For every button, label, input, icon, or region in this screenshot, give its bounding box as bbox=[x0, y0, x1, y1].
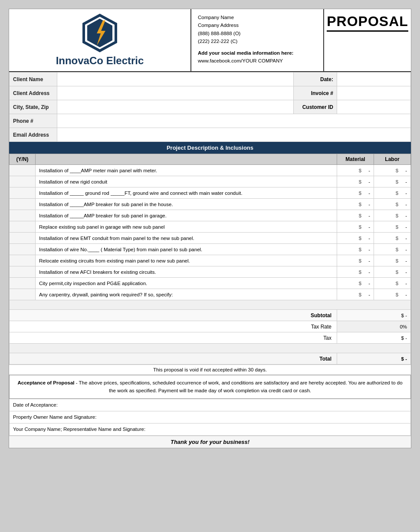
project-item-row: Installation of _____AMP breaker for sub… bbox=[10, 210, 411, 221]
city-state-zip-value[interactable] bbox=[57, 100, 294, 114]
subtotal-row: Subtotal $ - bbox=[10, 310, 411, 321]
project-item-row: Any carpentry, drywall, painting work re… bbox=[10, 289, 411, 300]
desc-cell-1: Installation of new rigid conduit bbox=[36, 176, 337, 187]
total-row: Total $ - bbox=[10, 353, 411, 365]
labor-cell-4: $ - bbox=[374, 210, 411, 221]
desc-cell-2: Installation of _____ ground rod _____FT… bbox=[36, 187, 337, 199]
project-item-row: Installation of new AFCI breakers for ex… bbox=[10, 266, 411, 278]
labor-cell-10: $ - bbox=[374, 278, 411, 289]
company-rep-row: Your Company Name; Representative Name a… bbox=[10, 423, 411, 435]
phone-value[interactable] bbox=[57, 114, 411, 128]
labor-cell-3: $ - bbox=[374, 199, 411, 210]
yn-cell-4[interactable] bbox=[10, 210, 36, 221]
yn-cell-10[interactable] bbox=[10, 278, 36, 289]
client-name-label: Client Name bbox=[10, 72, 57, 86]
invoice-value[interactable] bbox=[337, 86, 411, 100]
project-item-row: Installation of wire No.____ ( Material … bbox=[10, 244, 411, 255]
date-acceptance-label: Date of Acceptance: bbox=[10, 399, 411, 411]
property-owner-label: Property Owner Name and Signature: bbox=[10, 411, 411, 423]
material-cell-7: $ - bbox=[337, 244, 374, 255]
phone-row: Phone # bbox=[10, 114, 411, 128]
email-value[interactable] bbox=[57, 128, 411, 142]
desc-cell-9: Installation of new AFCI breakers for ex… bbox=[36, 266, 337, 278]
client-address-row: Client Address Invoice # bbox=[10, 86, 411, 100]
project-item-row: Installation of new rigid conduit$ -$ - bbox=[10, 176, 411, 187]
city-state-zip-row: City, State, Zip Customer ID bbox=[10, 100, 411, 114]
tax-label: Tax bbox=[10, 332, 337, 344]
subtotal-value: $ - bbox=[337, 310, 411, 321]
void-notice: This proposal is void if not accepted wi… bbox=[9, 365, 411, 375]
proposal-document: InnovaCo Electric Company Name Company A… bbox=[9, 9, 411, 448]
company-logo-icon bbox=[80, 13, 119, 53]
date-label: Date: bbox=[294, 72, 337, 86]
material-cell-8: $ - bbox=[337, 255, 374, 266]
company-name: Company Name bbox=[198, 13, 317, 21]
desc-cell-0: Installation of ____AMP meter main panel… bbox=[36, 165, 337, 176]
logo-electric: Electric bbox=[103, 55, 144, 66]
date-value[interactable] bbox=[337, 72, 411, 86]
material-cell-11: $ - bbox=[337, 289, 374, 300]
yn-cell-7[interactable] bbox=[10, 244, 36, 255]
desc-cell-5: Replace existing sub panel in garage wit… bbox=[36, 221, 337, 233]
material-cell-10: $ - bbox=[337, 278, 374, 289]
company-info: Company Name Company Address (888) 888-8… bbox=[191, 9, 324, 71]
client-name-row: Client Name Date: bbox=[10, 72, 411, 86]
yn-cell-2[interactable] bbox=[10, 187, 36, 199]
customer-id-label: Customer ID bbox=[294, 100, 337, 114]
project-item-row: Installation of ____AMP meter main panel… bbox=[10, 165, 411, 176]
project-section-header: Project Description & Inclusions bbox=[9, 142, 411, 154]
labor-cell-6: $ - bbox=[374, 233, 411, 244]
tax-rate-label: Tax Rate bbox=[10, 321, 337, 332]
material-cell-1: $ - bbox=[337, 176, 374, 187]
total-label: Total bbox=[10, 353, 337, 365]
thank-you-message: Thank you for your business! bbox=[9, 436, 411, 448]
yn-cell-11[interactable] bbox=[10, 289, 36, 300]
client-info-table: Client Name Date: Client Address Invoice… bbox=[9, 72, 411, 142]
spacer-row-1 bbox=[10, 300, 411, 310]
proposal-title: PROPOSAL bbox=[327, 13, 408, 32]
desc-cell-10: City permit,city inspection and PG&E app… bbox=[36, 278, 337, 289]
company-logo-text: InnovaCo Electric bbox=[56, 55, 144, 67]
city-state-zip-label: City, State, Zip bbox=[10, 100, 57, 114]
desc-cell-8: Relocate existing circuits from existing… bbox=[36, 255, 337, 266]
client-address-label: Client Address bbox=[10, 86, 57, 100]
yn-cell-3[interactable] bbox=[10, 199, 36, 210]
subtotal-label: Subtotal bbox=[10, 310, 337, 321]
social-label: Add your social media information here: bbox=[198, 49, 317, 57]
tax-rate-row: Tax Rate 0% bbox=[10, 321, 411, 332]
yn-cell-9[interactable] bbox=[10, 266, 36, 278]
company-rep-label: Your Company Name; Representative Name a… bbox=[10, 423, 411, 435]
yn-cell-5[interactable] bbox=[10, 221, 36, 233]
desc-cell-6: Installation of new EMT conduit from mai… bbox=[36, 233, 337, 244]
col-yn-header: (Y/N) bbox=[10, 154, 36, 165]
header: InnovaCo Electric Company Name Company A… bbox=[9, 9, 411, 72]
material-cell-2: $ - bbox=[337, 187, 374, 199]
yn-cell-0[interactable] bbox=[10, 165, 36, 176]
yn-cell-6[interactable] bbox=[10, 233, 36, 244]
yn-cell-1[interactable] bbox=[10, 176, 36, 187]
material-cell-0: $ - bbox=[337, 165, 374, 176]
company-phone-c: (222) 222-222 (C) bbox=[198, 37, 317, 45]
material-cell-9: $ - bbox=[337, 266, 374, 278]
col-material-header: Material bbox=[337, 154, 374, 165]
project-table-header-row: (Y/N) Material Labor bbox=[10, 154, 411, 165]
invoice-label: Invoice # bbox=[294, 86, 337, 100]
project-item-row: Relocate existing circuits from existing… bbox=[10, 255, 411, 266]
client-name-value[interactable] bbox=[57, 72, 294, 86]
project-item-row: Installation of _____ ground rod _____FT… bbox=[10, 187, 411, 199]
labor-cell-0: $ - bbox=[374, 165, 411, 176]
acceptance-title: Acceptance of Proposal bbox=[17, 380, 74, 385]
yn-cell-8[interactable] bbox=[10, 255, 36, 266]
labor-cell-11: $ - bbox=[374, 289, 411, 300]
material-cell-3: $ - bbox=[337, 199, 374, 210]
desc-cell-3: Installation of _____AMP breaker for sub… bbox=[36, 199, 337, 210]
logo-section: InnovaCo Electric bbox=[9, 9, 191, 71]
signature-table: Date of Acceptance: Property Owner Name … bbox=[9, 399, 411, 436]
acceptance-text: - The above prices, specifications, sche… bbox=[74, 380, 402, 393]
col-labor-header: Labor bbox=[374, 154, 411, 165]
customer-id-value[interactable] bbox=[337, 100, 411, 114]
labor-cell-8: $ - bbox=[374, 255, 411, 266]
client-address-value[interactable] bbox=[57, 86, 294, 100]
labor-cell-1: $ - bbox=[374, 176, 411, 187]
total-value: $ - bbox=[337, 353, 411, 365]
